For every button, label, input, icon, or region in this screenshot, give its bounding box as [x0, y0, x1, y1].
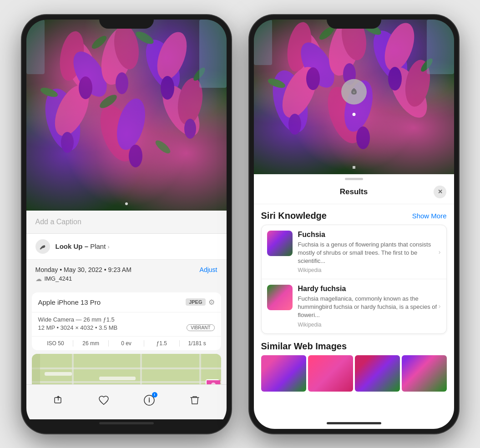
flower-svg — [26, 20, 227, 211]
fuchsia-item[interactable]: Fuchsia Fuchsia is a genus of flowering … — [262, 225, 446, 280]
fuchsia-title: Fuchsia — [298, 231, 441, 239]
fuchsia-chevron: › — [439, 248, 441, 256]
device-section: Apple iPhone 13 Pro JPEG ⚙ Wide Camera —… — [32, 292, 221, 350]
svg-rect-64 — [254, 20, 272, 65]
info-badge: i — [152, 392, 157, 398]
format-badge: JPEG — [186, 298, 205, 306]
camera-details: Wide Camera — 26 mm ƒ1.5 12 MP • 3024 × … — [32, 312, 221, 337]
right-photo-section — [254, 20, 454, 174]
visual-lookup-indicator — [341, 79, 367, 104]
exif-aperture: ƒ1.5 — [144, 340, 180, 347]
map-section[interactable] — [32, 354, 221, 384]
bottom-toolbar: i — [26, 384, 227, 419]
date-text: Monday • May 30, 2022 • 9:23 AM — [35, 266, 131, 273]
info-button[interactable]: i — [139, 390, 159, 410]
home-indicator — [99, 422, 154, 424]
close-button[interactable]: ✕ — [434, 186, 446, 198]
fuchsia-text: Fuchsia Fuchsia is a genus of flowering … — [298, 231, 441, 274]
map-thumbnail — [206, 379, 219, 384]
similar-images — [261, 355, 447, 392]
resolution-line: 12 MP • 3024 × 4032 • 3.5 MB VIBRANT — [38, 324, 215, 331]
svg-rect-34 — [99, 377, 136, 380]
fuchsia-source: Wikipedia — [298, 267, 441, 273]
show-more-button[interactable]: Show More — [412, 212, 447, 220]
svg-rect-25 — [199, 20, 227, 88]
filename-row: ☁ IMG_4241 — [35, 275, 217, 282]
svg-point-62 — [356, 126, 370, 149]
exif-focal: 26 mm — [73, 340, 109, 347]
similar-img-1[interactable] — [261, 355, 306, 392]
visual-indicator-dot — [352, 113, 355, 116]
siri-knowledge-title: Siri Knowledge — [261, 211, 327, 221]
exif-ev: 0 ev — [109, 340, 144, 347]
device-header: Apple iPhone 13 Pro JPEG ⚙ — [32, 292, 221, 312]
hardy-source: Wikipedia — [298, 322, 441, 328]
lookup-label: Look Up – Plant› — [56, 242, 110, 250]
delete-button[interactable] — [185, 390, 205, 410]
svg-point-65 — [353, 91, 355, 93]
exif-iso: ISO 50 — [38, 340, 74, 347]
cloud-icon: ☁ — [35, 275, 42, 282]
fuchsia-desc: Fuchsia is a genus of flowering plants t… — [298, 241, 441, 266]
svg-point-18 — [153, 138, 172, 156]
svg-point-22 — [61, 132, 74, 153]
results-content: Siri Knowledge Show More Fuchsia Fuchsia… — [254, 204, 454, 422]
right-home-indicator — [327, 422, 381, 424]
vibrant-badge: VIBRANT — [187, 324, 214, 331]
photo-dot — [125, 202, 128, 205]
hardy-fuchsia-item[interactable]: Hardy fuchsia Fuchsia magellanica, commo… — [262, 279, 446, 333]
knowledge-card: Fuchsia Fuchsia is a genus of flowering … — [261, 225, 447, 334]
svg-point-24 — [184, 119, 196, 139]
similar-title: Similar Web Images — [261, 341, 447, 352]
svg-point-23 — [129, 145, 142, 167]
results-sheet: Results ✕ Siri Knowledge Show More — [254, 174, 454, 429]
siri-knowledge-header: Siri Knowledge Show More — [261, 204, 447, 225]
left-phone-inner: Add a Caption Look Up – Plant› — [26, 20, 227, 429]
left-phone: Add a Caption Look Up – Plant› — [22, 15, 231, 433]
format-row: JPEG ⚙ — [186, 298, 214, 307]
svg-point-21 — [161, 76, 174, 100]
exif-shutter: 1/181 s — [180, 340, 215, 347]
svg-point-60 — [388, 67, 402, 91]
svg-point-61 — [288, 114, 301, 135]
svg-point-58 — [306, 67, 320, 90]
share-button[interactable] — [48, 390, 68, 410]
phones-container: Add a Caption Look Up – Plant› — [13, 6, 468, 443]
svg-rect-30 — [72, 354, 74, 384]
fuchsia-thumb — [267, 231, 293, 256]
svg-rect-35 — [32, 354, 40, 384]
photo-section — [26, 20, 227, 211]
filename: IMG_4241 — [45, 275, 72, 282]
camera-line: Wide Camera — 26 mm ƒ1.5 — [38, 316, 215, 323]
date-row: Monday • May 30, 2022 • 9:23 AM Adjust — [35, 266, 217, 273]
svg-point-20 — [116, 72, 128, 94]
right-photo-dot — [353, 166, 355, 169]
svg-rect-29 — [32, 381, 221, 383]
svg-point-19 — [79, 76, 92, 99]
hardy-title: Hardy fuchsia — [298, 285, 441, 293]
hardy-desc: Fuchsia magellanica, commonly known as t… — [298, 295, 441, 320]
hardy-thumb — [267, 285, 293, 310]
svg-rect-33 — [45, 372, 72, 376]
similar-img-2[interactable] — [308, 355, 353, 392]
device-name: Apple iPhone 13 Pro — [38, 298, 101, 306]
svg-rect-31 — [140, 354, 142, 384]
svg-rect-28 — [32, 367, 221, 369]
favorite-button[interactable] — [94, 390, 114, 410]
caption-placeholder: Add a Caption — [35, 218, 81, 226]
caption-area[interactable]: Add a Caption — [26, 211, 227, 234]
adjust-button[interactable]: Adjust — [200, 266, 217, 273]
similar-img-4[interactable] — [402, 355, 447, 392]
similar-img-3[interactable] — [355, 355, 400, 392]
similar-section: Similar Web Images — [261, 337, 447, 392]
info-section: Add a Caption Look Up – Plant› — [26, 211, 227, 384]
lookup-row[interactable]: Look Up – Plant› — [26, 234, 227, 260]
results-header: Results ✕ — [254, 182, 454, 204]
right-phone-inner: Results ✕ Siri Knowledge Show More — [254, 20, 454, 429]
sheet-handle — [345, 178, 363, 180]
settings-icon: ⚙ — [208, 298, 215, 307]
results-title: Results — [340, 187, 368, 196]
hardy-text: Hardy fuchsia Fuchsia magellanica, commo… — [298, 285, 441, 328]
right-phone: Results ✕ Siri Knowledge Show More — [249, 15, 459, 433]
svg-rect-32 — [199, 354, 201, 384]
